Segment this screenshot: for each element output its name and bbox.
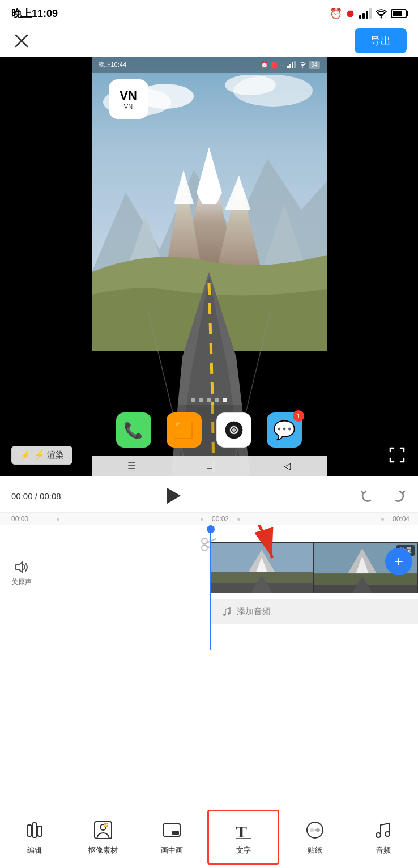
status-icons: ⏰ ⏺ 68 <box>330 7 407 20</box>
tool-sticker[interactable]: 贴纸 <box>280 806 349 868</box>
battery-icon: 68 <box>391 9 407 18</box>
nav-back: ◁ <box>284 461 291 471</box>
tool-audio-label: 音频 <box>376 845 391 856</box>
time-separator: / <box>35 491 37 501</box>
video-preview: 晚上10:44 ⏰ ⬤ ··· 94 <box>0 57 418 476</box>
tool-text[interactable]: T 文字 <box>207 810 279 865</box>
add-track-button[interactable]: + <box>385 548 412 575</box>
track-label: 关原声 <box>11 559 32 587</box>
tool-sticker-label: 贴纸 <box>308 845 322 856</box>
render-icon: ⚡ <box>20 450 31 461</box>
fullscreen-button[interactable] <box>386 444 408 466</box>
dot-1 <box>191 398 195 402</box>
status-time: 晚上11:09 <box>11 7 58 20</box>
svg-rect-3 <box>369 8 372 19</box>
close-button[interactable] <box>11 31 32 51</box>
ruler-mark-4: 00:04 <box>384 515 418 523</box>
redo-button[interactable] <box>391 488 407 504</box>
phone-battery: 94 <box>309 61 319 69</box>
video-inner: 晚上10:44 ⏰ ⬤ ··· 94 <box>92 57 327 476</box>
render-label: ⚡ 渲染 <box>34 450 64 461</box>
app-icon-red: ⏺ <box>346 8 356 20</box>
svg-text:T: T <box>236 822 247 841</box>
fullscreen-icon <box>388 446 406 464</box>
svg-point-4 <box>381 17 382 19</box>
undo-redo-controls <box>359 488 407 504</box>
text-icon: T <box>233 819 254 841</box>
chat-badge: 1 <box>293 410 304 422</box>
phone-wifi <box>298 61 306 68</box>
dot-4 <box>215 398 219 402</box>
playhead <box>210 525 211 650</box>
tool-text-label: 文字 <box>236 845 251 856</box>
pip-icon <box>161 819 182 841</box>
clip-thumb-1 <box>210 542 314 593</box>
svg-rect-25 <box>292 62 293 68</box>
svg-rect-56 <box>172 831 179 835</box>
svg-rect-24 <box>289 64 291 68</box>
dot-2 <box>199 398 203 402</box>
phone-app-icon: ⬤ <box>271 61 278 69</box>
svg-rect-50 <box>32 823 37 837</box>
bottom-toolbar: 编辑 抠像素材 画中画 T 文字 贴纸 <box>0 806 418 868</box>
vn-logo-text: VN <box>120 88 137 103</box>
svg-marker-33 <box>16 561 23 573</box>
speaker-icon <box>14 559 29 575</box>
vn-sub-label: VN <box>124 103 133 110</box>
phone-more-icon: ··· <box>280 61 285 68</box>
tool-pip[interactable]: 画中画 <box>138 806 206 868</box>
add-audio-text: 添加音频 <box>237 606 271 617</box>
ruler-mark-0: 00:00 <box>11 515 57 523</box>
dot-3 <box>207 398 211 402</box>
tool-portrait-label: 抠像素材 <box>88 845 118 856</box>
tool-audio[interactable]: 音频 <box>349 806 418 868</box>
current-time: 00:00 <box>11 491 33 501</box>
playback-section: 00:00 / 00:08 <box>0 476 418 513</box>
tool-pip-label: 画中画 <box>161 845 183 856</box>
top-toolbar: 导出 <box>0 25 418 57</box>
render-button[interactable]: ⚡ ⚡ 渲染 <box>11 446 72 465</box>
tool-portrait[interactable]: 抠像素材 <box>69 806 137 868</box>
phone-signal <box>287 61 296 68</box>
phone-status-overlay: 晚上10:44 ⏰ ⬤ ··· 94 <box>92 57 327 73</box>
dot-5 <box>223 398 227 402</box>
phone-nav: ☰ □ ◁ <box>92 456 327 476</box>
edit-icon <box>24 819 45 841</box>
export-button[interactable]: 导出 <box>355 28 407 53</box>
add-icon: + <box>394 552 403 571</box>
page-dots <box>92 398 327 402</box>
add-audio-row[interactable]: 添加音频 <box>210 599 418 624</box>
svg-marker-32 <box>167 488 181 504</box>
svg-rect-2 <box>366 11 368 19</box>
tool-edit[interactable]: 编辑 <box>0 806 69 868</box>
phone-alarm-icon: ⏰ <box>261 61 268 69</box>
phone-time: 晚上10:44 <box>99 61 127 69</box>
portrait-icon <box>92 819 114 841</box>
phone-app-icon: 📞 <box>116 412 151 448</box>
camera-app-icon <box>216 412 251 448</box>
svg-point-11 <box>225 75 276 95</box>
svg-rect-23 <box>287 66 289 68</box>
svg-point-27 <box>302 67 303 68</box>
play-button[interactable] <box>161 484 185 508</box>
svg-rect-49 <box>27 825 32 836</box>
undo-button[interactable] <box>359 488 375 504</box>
signal-icon <box>359 8 372 19</box>
timeline-ruler: 00:00 00:02 00:04 <box>0 513 418 525</box>
ruler-dot-1 <box>57 518 59 521</box>
ruler-dot-3 <box>237 518 240 521</box>
nav-home: □ <box>207 461 212 471</box>
total-time: 00:08 <box>40 491 61 501</box>
status-bar: 晚上11:09 ⏰ ⏺ 68 <box>0 0 418 25</box>
ruler-mark-2: 00:02 <box>203 515 237 523</box>
svg-point-31 <box>232 428 236 432</box>
chat-app-icon: 💬 1 <box>267 412 302 448</box>
svg-rect-51 <box>37 826 42 836</box>
alarm-icon: ⏰ <box>330 7 342 20</box>
wifi-icon <box>375 8 387 19</box>
music-icon <box>221 606 232 617</box>
svg-rect-1 <box>362 13 365 19</box>
audio-music-icon <box>373 819 394 841</box>
gallery-app-icon: 🟧 <box>167 412 202 448</box>
phone-dock: 📞 🟧 💬 1 <box>92 405 327 456</box>
